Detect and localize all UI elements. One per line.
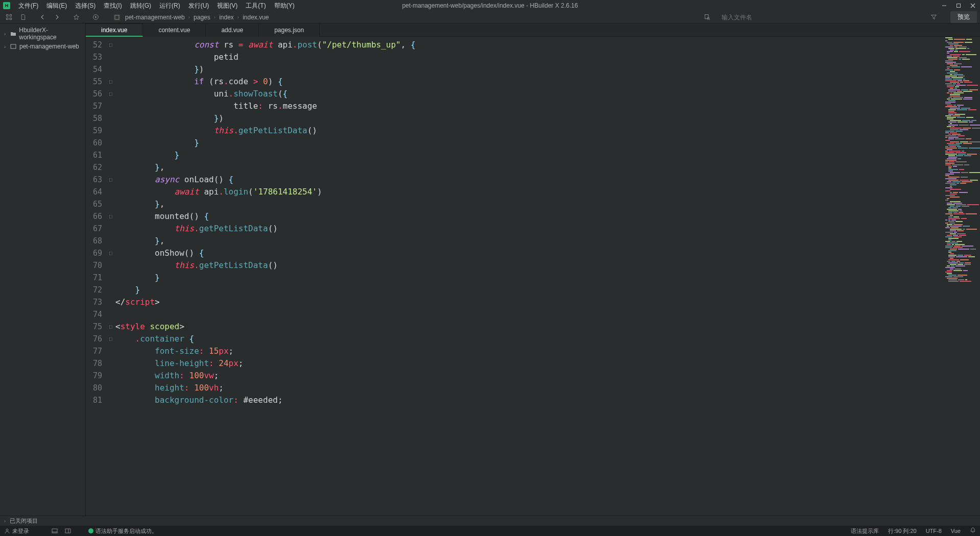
minimap[interactable] xyxy=(943,37,980,516)
svg-rect-7 xyxy=(10,18,11,19)
svg-rect-4 xyxy=(6,15,8,16)
app-logo-icon: H xyxy=(3,2,10,9)
menu-edit[interactable]: 编辑(E) xyxy=(42,1,71,11)
code-editor[interactable]: 5253545556575859606162636465666768697071… xyxy=(86,37,980,516)
chevron-right-icon: › xyxy=(235,14,241,20)
svg-rect-15 xyxy=(52,529,57,533)
status-lang[interactable]: Vue xyxy=(951,528,961,534)
svg-rect-6 xyxy=(10,15,11,16)
toolbar: pet-management-web › pages › index › ind… xyxy=(0,11,980,23)
breadcrumb-item[interactable]: pet-management-web xyxy=(124,14,186,21)
menu-find[interactable]: 查找(I) xyxy=(100,1,126,11)
status-ok-icon xyxy=(88,528,93,533)
chevron-right-icon: › xyxy=(4,44,8,50)
statusbar: 未登录 语法助手服务启动成功。 语法提示库 行:90 列:20 UTF-8 Vu… xyxy=(0,526,980,536)
status-cursor[interactable]: 行:90 列:20 xyxy=(888,527,917,535)
back-icon[interactable] xyxy=(37,12,48,23)
svg-point-14 xyxy=(6,529,8,531)
breadcrumb-item[interactable]: index.vue xyxy=(241,14,270,21)
svg-rect-9 xyxy=(115,15,119,19)
closed-projects-label: 已关闭项目 xyxy=(10,517,38,525)
folder-icon xyxy=(10,30,17,37)
menu-view[interactable]: 视图(V) xyxy=(213,1,242,11)
tab-add-vue[interactable]: add.vue xyxy=(206,23,259,37)
tab-pages-json[interactable]: pages.json xyxy=(259,23,320,37)
maximize-button[interactable] xyxy=(951,0,966,11)
new-file-icon[interactable] xyxy=(17,12,29,23)
search-file-icon[interactable] xyxy=(701,12,712,23)
svg-rect-1 xyxy=(957,4,961,8)
terminal-toggle-icon[interactable] xyxy=(52,528,58,534)
status-hints[interactable]: 语法提示库 xyxy=(851,527,879,535)
sidebar-item-label: pet-management-web xyxy=(19,43,79,50)
star-icon[interactable] xyxy=(70,12,82,23)
svg-rect-10 xyxy=(705,15,708,19)
forward-icon[interactable] xyxy=(51,12,62,23)
svg-rect-5 xyxy=(6,18,8,19)
close-button[interactable] xyxy=(966,0,980,11)
window-title: pet-management-web/pages/index/index.vue… xyxy=(402,2,578,9)
menu-run[interactable]: 运行(R) xyxy=(155,1,184,11)
sidebar-item-label: HbuilderX-workingspace xyxy=(19,27,83,41)
chevron-right-icon: › xyxy=(212,14,218,20)
tab-content-vue[interactable]: content.vue xyxy=(143,23,206,37)
breadcrumb: pet-management-web › pages › index › ind… xyxy=(113,14,271,21)
run-target-icon[interactable] xyxy=(90,12,101,23)
chevron-right-icon: › xyxy=(4,519,8,524)
chevron-right-icon: › xyxy=(4,31,8,37)
closed-projects-bar[interactable]: › 已关闭项目 xyxy=(0,516,980,526)
menubar: H 文件(F) 编辑(E) 选择(S) 查找(I) 跳转(G) 运行(R) 发行… xyxy=(0,0,980,11)
menu-publish[interactable]: 发行(U) xyxy=(184,1,213,11)
search-input[interactable] xyxy=(720,13,924,22)
menu-file[interactable]: 文件(F) xyxy=(14,1,42,11)
editor-tabs: index.vuecontent.vueadd.vuepages.json xyxy=(86,23,980,37)
project-sidebar: › HbuilderX-workingspace › pet-managemen… xyxy=(0,23,86,516)
chevron-right-icon: › xyxy=(186,14,192,20)
svg-rect-13 xyxy=(11,44,16,48)
menu-help[interactable]: 帮助(Y) xyxy=(270,1,299,11)
project-icon xyxy=(10,43,17,50)
login-status[interactable]: 未登录 xyxy=(4,527,29,535)
minimize-button[interactable] xyxy=(937,0,951,11)
explorer-icon[interactable] xyxy=(3,12,14,23)
console-toggle-icon[interactable] xyxy=(65,528,71,534)
sidebar-item-workingspace[interactable]: › HbuilderX-workingspace xyxy=(0,26,85,42)
status-encoding[interactable]: UTF-8 xyxy=(926,528,942,534)
filter-icon[interactable] xyxy=(928,12,939,23)
tab-index-vue[interactable]: index.vue xyxy=(86,23,143,37)
breadcrumb-item[interactable]: pages xyxy=(192,14,212,21)
svg-line-12 xyxy=(709,19,710,20)
editor-area: index.vuecontent.vueadd.vuepages.json 52… xyxy=(86,23,980,516)
bell-icon[interactable] xyxy=(970,527,976,534)
menu-tool[interactable]: 工具(T) xyxy=(242,1,270,11)
file-icon xyxy=(113,14,121,21)
sidebar-item-project[interactable]: › pet-management-web xyxy=(0,42,85,51)
menu-goto[interactable]: 跳转(G) xyxy=(126,1,155,11)
preview-button[interactable]: 预览 xyxy=(950,11,977,23)
syntax-status: 语法助手服务启动成功。 xyxy=(88,527,157,535)
svg-rect-17 xyxy=(65,529,70,533)
breadcrumb-item[interactable]: index xyxy=(218,14,235,21)
menu-select[interactable]: 选择(S) xyxy=(71,1,100,11)
